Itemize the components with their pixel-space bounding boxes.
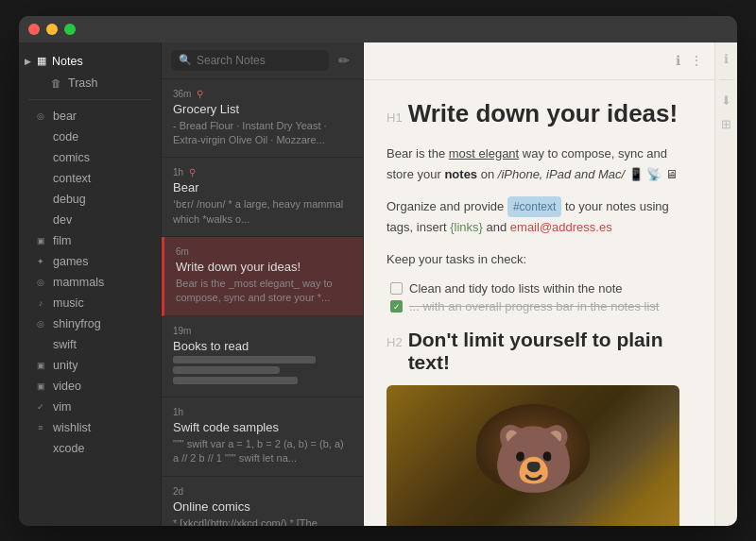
- tag-icon: ▣: [34, 361, 47, 370]
- note-item-comics[interactable]: 2dOnline comics* [xkcd](http://xkcd.com/…: [162, 477, 363, 526]
- editor-content[interactable]: H1 Write down your ideas! Bear is the mo…: [364, 80, 714, 526]
- maximize-button[interactable]: [64, 24, 76, 35]
- todo-list: Clean and tidy todo lists within the not…: [390, 281, 692, 313]
- sidebar-item-video[interactable]: ▣video: [23, 376, 157, 397]
- note-item-write-ideas[interactable]: 6mWrite down your ideas!Bear is the _mos…: [162, 237, 363, 316]
- skeleton-line: [173, 366, 280, 374]
- sidebar-tag-label: dev: [53, 213, 72, 227]
- sidebar-tag-label: video: [53, 380, 81, 393]
- sidebar-item-code[interactable]: code: [23, 127, 157, 147]
- sidebar-item-dev[interactable]: dev: [23, 210, 157, 230]
- sidebar-item-context[interactable]: context: [23, 168, 157, 189]
- titlebar: [19, 16, 737, 42]
- right-sidebar-divider: [719, 79, 734, 80]
- info-icon[interactable]: ℹ: [676, 53, 680, 68]
- todo-label-2: ... with an overall progress bar in the …: [409, 299, 659, 313]
- info-right-icon[interactable]: ℹ: [724, 52, 729, 66]
- sidebar-tag-label: games: [53, 255, 89, 268]
- tag-icon: ◎: [34, 111, 47, 121]
- sidebar-tags: ◎bearcodecomicscontextdebugdev▣film✦game…: [19, 106, 161, 459]
- note-meta: 1h: [173, 407, 352, 417]
- sidebar-item-vim[interactable]: ✓vim: [23, 397, 157, 417]
- sidebar-item-comics[interactable]: comics: [23, 147, 157, 168]
- sidebar-item-swift[interactable]: swift: [23, 334, 157, 355]
- editor-h1: H1 Write down your ideas!: [387, 99, 692, 128]
- h2-label: H2: [387, 335, 403, 349]
- tag-icon: ✦: [34, 257, 47, 266]
- notes-icon: ▦: [35, 55, 48, 67]
- note-item-swift[interactable]: 1hSwift code samples""" swift var a = 1,…: [162, 397, 363, 477]
- tag-icon: ≡: [34, 423, 47, 432]
- sidebar-tag-label: music: [53, 296, 84, 310]
- note-item-grocery[interactable]: 36m⚲Grocery List- Bread Flour · Instant …: [162, 79, 363, 159]
- search-input[interactable]: [197, 54, 321, 67]
- bear-image: [387, 385, 679, 525]
- para2-email[interactable]: email@address.es: [510, 220, 612, 234]
- chevron-icon: ▶: [25, 57, 31, 66]
- pin-icon: ⚲: [189, 167, 196, 178]
- sidebar-item-wishlist[interactable]: ≡wishlist: [23, 417, 157, 438]
- note-meta: 6m: [176, 246, 352, 257]
- note-title: Grocery List: [173, 102, 352, 116]
- sidebar-item-shinyfrog[interactable]: ◎shinyfrog: [23, 313, 157, 334]
- tag-icon: ◎: [34, 319, 47, 329]
- tag-icon: ◎: [34, 278, 47, 287]
- search-input-wrapper[interactable]: 🔍: [171, 50, 329, 71]
- note-time: 1h: [173, 167, 183, 178]
- sidebar-item-debug[interactable]: debug: [23, 189, 157, 210]
- main-content: ▶ ▦ Notes 🗑 Trash ◎bearcodecomicscontext…: [19, 42, 737, 526]
- note-item-bear[interactable]: 1h⚲Bearˈbɛr/ /noun/ * a large, heavy mam…: [162, 158, 363, 237]
- search-icon: 🔍: [179, 54, 192, 66]
- h1-label: H1: [387, 110, 403, 125]
- note-meta: 36m⚲: [173, 89, 352, 99]
- more-icon[interactable]: ⋮: [690, 53, 703, 68]
- editor-h2: H2 Don't limit yourself to plain text!: [387, 329, 692, 374]
- tag-icon: ▣: [34, 381, 47, 391]
- tag-icon: ✓: [34, 402, 47, 412]
- para1-italic: /iPhone, iPad and Mac/: [498, 167, 625, 181]
- note-title: Books to read: [173, 339, 352, 353]
- para1-link[interactable]: most elegant: [449, 146, 519, 161]
- checkbox-2[interactable]: ✓: [390, 300, 403, 313]
- editor-para2: Organize and provide #context to your no…: [387, 196, 692, 238]
- note-preview: Bear is the _most elegant_ way to compos…: [176, 277, 352, 306]
- sidebar-item-trash[interactable]: 🗑 Trash: [23, 73, 157, 93]
- note-time: 36m: [173, 89, 191, 99]
- note-time: 1h: [173, 407, 183, 417]
- compose-button[interactable]: ✏: [335, 51, 353, 70]
- sidebar-item-music[interactable]: ♪music: [23, 293, 157, 313]
- sidebar-tag-label: mammals: [53, 276, 104, 289]
- note-time: 19m: [173, 326, 191, 336]
- editor-toolbar: ℹ ⋮: [364, 42, 714, 80]
- sidebar-tag-label: debug: [53, 193, 86, 206]
- download-icon[interactable]: ⬇: [721, 93, 731, 108]
- minimize-button[interactable]: [46, 24, 58, 35]
- editor-h1-text: Write down your ideas!: [408, 99, 679, 128]
- sidebar-item-games[interactable]: ✦games: [23, 251, 157, 272]
- para2-link[interactable]: {links}: [450, 220, 483, 234]
- grid-icon[interactable]: ⊞: [721, 117, 731, 131]
- sidebar-tag-label: code: [53, 130, 78, 144]
- sidebar-item-film[interactable]: ▣film: [23, 230, 157, 251]
- note-preview: - Bread Flour · Instant Dry Yeast · Extr…: [173, 119, 352, 148]
- note-meta: 1h⚲: [173, 167, 352, 178]
- sidebar-item-bear[interactable]: ◎bear: [23, 106, 157, 127]
- sidebar-item-xcode[interactable]: xcode: [23, 438, 157, 459]
- sidebar-tag-label: swift: [53, 338, 77, 351]
- para2-tag[interactable]: #context: [507, 196, 561, 217]
- todo-item-1: Clean and tidy todo lists within the not…: [390, 281, 692, 296]
- sidebar-tag-label: comics: [53, 151, 90, 164]
- sidebar-divider: [28, 99, 151, 100]
- para1-after2: on: [477, 167, 498, 181]
- note-title: Online comics: [173, 499, 352, 514]
- notes-section-header[interactable]: ▶ ▦ Notes: [19, 50, 161, 73]
- editor-h2-text: Don't limit yourself to plain text!: [408, 329, 692, 374]
- sidebar-tag-label: vim: [53, 400, 71, 414]
- sidebar-item-unity[interactable]: ▣unity: [23, 355, 157, 376]
- sidebar-item-mammals[interactable]: ◎mammals: [23, 272, 157, 293]
- close-button[interactable]: [28, 24, 40, 35]
- note-item-books[interactable]: 19mBooks to read: [162, 316, 363, 397]
- checkbox-1[interactable]: [390, 282, 403, 295]
- skeleton-line: [173, 377, 298, 384]
- editor-para1: Bear is the most elegant way to compose,…: [387, 144, 692, 185]
